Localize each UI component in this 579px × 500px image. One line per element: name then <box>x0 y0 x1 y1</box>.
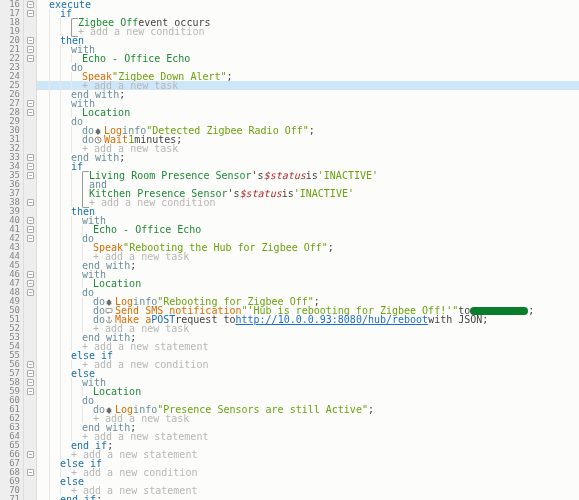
fold-cell[interactable] <box>24 333 36 342</box>
fold-cell[interactable] <box>24 306 36 315</box>
fold-cell[interactable] <box>24 189 36 198</box>
fold-toggle-icon[interactable] <box>27 217 34 224</box>
fold-cell[interactable] <box>24 108 36 117</box>
fold-cell[interactable] <box>24 198 36 207</box>
fold-toggle-icon[interactable] <box>27 388 34 395</box>
fold-toggle-icon[interactable] <box>27 226 34 233</box>
code-line[interactable]: end with; <box>37 153 579 162</box>
code-line[interactable]: + add a new condition <box>37 27 579 36</box>
device-living-sensor[interactable]: Living Room Presence Sensor <box>89 171 252 180</box>
fold-cell[interactable] <box>24 27 36 36</box>
fold-cell[interactable] <box>24 81 36 90</box>
fold-toggle-icon[interactable] <box>27 46 34 53</box>
fold-toggle-icon[interactable] <box>27 154 34 161</box>
fold-toggle-icon[interactable] <box>27 163 34 170</box>
code-line[interactable]: + add a new condition <box>37 198 579 207</box>
fold-cell[interactable] <box>24 477 36 486</box>
fold-toggle-icon[interactable] <box>27 451 34 458</box>
fold-cell[interactable] <box>24 441 36 450</box>
fold-cell[interactable] <box>24 153 36 162</box>
fold-cell[interactable] <box>24 45 36 54</box>
fold-cell[interactable] <box>24 297 36 306</box>
fold-cell[interactable] <box>24 378 36 387</box>
fold-cell[interactable] <box>24 279 36 288</box>
fold-cell[interactable] <box>24 414 36 423</box>
code-line[interactable]: end if; <box>37 495 579 500</box>
fold-toggle-icon[interactable] <box>27 10 34 17</box>
fold-cell[interactable] <box>24 117 36 126</box>
fold-cell[interactable] <box>24 126 36 135</box>
fold-cell[interactable] <box>24 369 36 378</box>
fold-cell[interactable] <box>24 432 36 441</box>
fold-cell[interactable] <box>24 90 36 99</box>
fold-toggle-icon[interactable] <box>27 469 34 476</box>
fold-cell[interactable] <box>24 162 36 171</box>
fold-toggle-icon[interactable] <box>27 370 34 377</box>
fold-toggle-icon[interactable] <box>27 100 34 107</box>
code-line[interactable]: + add a new statement <box>37 342 579 351</box>
fold-cell[interactable] <box>24 144 36 153</box>
fold-cell[interactable] <box>24 324 36 333</box>
kw-if[interactable]: if <box>71 162 83 171</box>
fold-cell[interactable] <box>24 180 36 189</box>
fold-cell[interactable] <box>24 288 36 297</box>
fold-cell[interactable] <box>24 18 36 27</box>
device-echo-office[interactable]: Echo - Office Echo <box>82 54 190 63</box>
fold-cell[interactable] <box>24 9 36 18</box>
fold-toggle-icon[interactable] <box>27 379 34 386</box>
device-location[interactable]: Location <box>93 387 141 396</box>
fold-cell[interactable] <box>24 468 36 477</box>
device-location[interactable]: Location <box>82 108 130 117</box>
kw-end-if[interactable]: end if <box>60 495 96 500</box>
fold-toggle-icon[interactable] <box>27 289 34 296</box>
fold-toggle-icon[interactable] <box>27 109 34 116</box>
code-line[interactable]: then <box>37 36 579 45</box>
fold-cell[interactable] <box>24 360 36 369</box>
code-line[interactable]: + add a new statement <box>37 450 579 459</box>
fold-cell[interactable] <box>24 495 36 500</box>
fold-cell[interactable] <box>24 396 36 405</box>
code-line[interactable]: Location <box>37 108 579 117</box>
fold-cell[interactable] <box>24 486 36 495</box>
add-condition[interactable]: + add a new condition <box>82 360 208 369</box>
fold-cell[interactable] <box>24 99 36 108</box>
fold-cell[interactable] <box>24 252 36 261</box>
fold-cell[interactable] <box>24 405 36 414</box>
code-line[interactable]: Location <box>37 279 579 288</box>
add-condition[interactable]: + add a new condition <box>89 198 215 207</box>
fold-cell[interactable] <box>24 63 36 72</box>
fold-cell[interactable] <box>24 423 36 432</box>
fold-toggle-icon[interactable] <box>27 1 34 8</box>
fold-cell[interactable] <box>24 207 36 216</box>
code-line[interactable]: Location <box>37 387 579 396</box>
fold-toggle-icon[interactable] <box>27 280 34 287</box>
fold-toggle-icon[interactable] <box>27 55 34 62</box>
code-line[interactable]: + add a new condition <box>37 468 579 477</box>
fold-cell[interactable] <box>24 54 36 63</box>
fold-cell[interactable] <box>24 234 36 243</box>
fold-cell[interactable] <box>24 459 36 468</box>
url-reboot[interactable]: http://10.0.0.93:8080/hub/reboot <box>235 315 428 324</box>
fold-toggle-icon[interactable] <box>27 37 34 44</box>
code-line[interactable]: Living Room Presence Sensor's $status is… <box>37 171 579 180</box>
device-echo-office[interactable]: Echo - Office Echo <box>93 225 201 234</box>
fold-toggle-icon[interactable] <box>27 361 34 368</box>
code-line[interactable]: end with; <box>37 90 579 99</box>
code-line[interactable]: Echo - Office Echo <box>37 54 579 63</box>
add-condition[interactable]: + add a new condition <box>78 27 204 36</box>
device-location[interactable]: Location <box>93 279 141 288</box>
code-line[interactable]: Echo - Office Echo <box>37 225 579 234</box>
fold-cell[interactable] <box>24 387 36 396</box>
fold-cell[interactable] <box>24 216 36 225</box>
code-line[interactable]: then <box>37 207 579 216</box>
fold-cell[interactable] <box>24 135 36 144</box>
fold-cell[interactable] <box>24 450 36 459</box>
code-line[interactable]: else <box>37 369 579 378</box>
code-line[interactable]: + add a new condition <box>37 360 579 369</box>
fold-cell[interactable] <box>24 225 36 234</box>
code-line[interactable]: + add a new statement <box>37 486 579 495</box>
fold-cell[interactable] <box>24 36 36 45</box>
fold-cell[interactable] <box>24 243 36 252</box>
fold-toggle-icon[interactable] <box>27 172 34 179</box>
fold-cell[interactable] <box>24 72 36 81</box>
